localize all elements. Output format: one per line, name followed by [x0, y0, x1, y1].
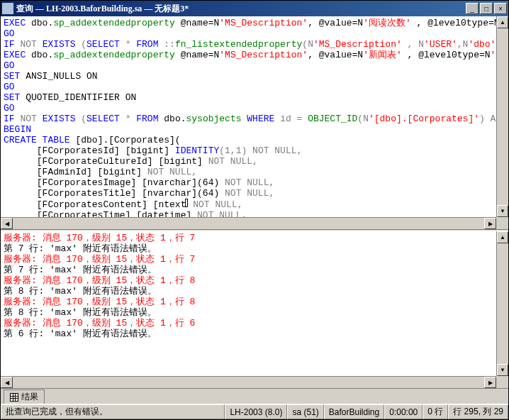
- status-server: LH-2003 (8.0): [225, 404, 287, 419]
- results-pane: 服务器: 消息 170，级别 15，状态 1，行 7 第 7 行: 'max' …: [1, 231, 508, 388]
- maximize-button[interactable]: □: [480, 3, 493, 14]
- title-bar: 查询 — LH-2003.BaforBuilding.sa — 无标题3* _ …: [1, 1, 508, 16]
- tab-results[interactable]: 结果: [4, 389, 45, 404]
- close-button[interactable]: ×: [494, 3, 507, 14]
- scroll-corner: [496, 217, 508, 229]
- sql-vertical-scrollbar[interactable]: ▲ ▼: [496, 16, 508, 217]
- status-user: sa (51): [287, 404, 323, 419]
- status-message: 批查询已完成，但有错误。: [1, 404, 225, 419]
- status-bar: 批查询已完成，但有错误。 LH-2003 (8.0) sa (51) Bafor…: [1, 404, 508, 419]
- scroll-right-icon[interactable]: ▶: [484, 218, 496, 229]
- minimize-button[interactable]: _: [466, 3, 479, 14]
- scroll-up-icon[interactable]: ▲: [497, 231, 508, 243]
- status-time: 0:00:00: [384, 404, 423, 419]
- scroll-corner: [496, 376, 508, 388]
- results-horizontal-scrollbar[interactable]: ◀ ▶: [1, 376, 496, 388]
- results-tab-bar: 结果: [1, 388, 508, 404]
- scroll-down-icon[interactable]: ▼: [497, 205, 508, 217]
- scroll-up-icon[interactable]: ▲: [497, 16, 508, 28]
- scroll-left-icon[interactable]: ◀: [1, 218, 13, 229]
- scroll-right-icon[interactable]: ▶: [484, 377, 496, 388]
- app-icon: [2, 3, 13, 14]
- tab-label: 结果: [21, 391, 38, 403]
- window-title: 查询 — LH-2003.BaforBuilding.sa — 无标题3*: [16, 3, 466, 15]
- sql-editor-pane: EXEC dbo.sp_addextendedproperty @name=N'…: [1, 16, 508, 229]
- status-database: BaforBuilding: [324, 404, 384, 419]
- status-cursor-position: 行 295, 列 29: [448, 404, 508, 419]
- status-rows: 0 行: [423, 404, 448, 419]
- sql-editor[interactable]: EXEC dbo.sp_addextendedproperty @name=N'…: [1, 16, 496, 217]
- results-output[interactable]: 服务器: 消息 170，级别 15，状态 1，行 7 第 7 行: 'max' …: [1, 231, 496, 376]
- results-vertical-scrollbar[interactable]: ▲ ▼: [496, 231, 508, 376]
- scroll-left-icon[interactable]: ◀: [1, 377, 13, 388]
- window-buttons: _ □ ×: [466, 3, 507, 14]
- sql-horizontal-scrollbar[interactable]: ◀ ▶: [1, 217, 496, 229]
- grid-icon: [10, 393, 18, 402]
- scroll-down-icon[interactable]: ▼: [497, 364, 508, 376]
